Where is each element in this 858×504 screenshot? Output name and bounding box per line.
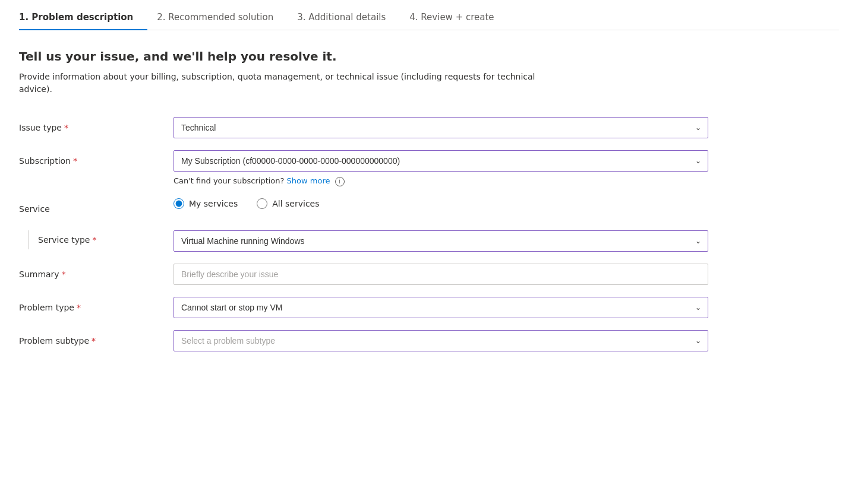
page-container: 1. Problem description 2. Recommended so… — [0, 0, 858, 387]
problem-subtype-row: Problem subtype* Select a problem subtyp… — [19, 330, 839, 351]
page-description: Provide information about your billing, … — [19, 71, 554, 96]
service-all-services-label: All services — [272, 199, 319, 208]
subscription-label: Subscription* — [19, 150, 174, 166]
subscription-select-wrapper: My Subscription (cf00000-0000-0000-0000-… — [174, 150, 708, 172]
service-type-label: Service type — [38, 235, 90, 245]
problem-type-required: * — [77, 303, 81, 312]
subscription-select[interactable]: My Subscription (cf00000-0000-0000-0000-… — [174, 150, 708, 172]
problem-subtype-select-wrapper: Select a problem subtype ⌄ — [174, 330, 708, 351]
problem-subtype-label: Problem subtype* — [19, 330, 174, 345]
summary-label: Summary* — [19, 264, 174, 279]
problem-type-select[interactable]: Cannot start or stop my VM Cannot connec… — [174, 297, 708, 318]
subscription-control: My Subscription (cf00000-0000-0000-0000-… — [174, 150, 708, 186]
tab-review-create[interactable]: 4. Review + create — [409, 5, 508, 30]
service-my-services-radio[interactable] — [174, 198, 184, 209]
service-type-control: Virtual Machine running Windows Virtual … — [174, 230, 708, 252]
tab-additional-details[interactable]: 3. Additional details — [297, 5, 400, 30]
problem-type-select-wrapper: Cannot start or stop my VM Cannot connec… — [174, 297, 708, 318]
tab-recommended-solution[interactable]: 2. Recommended solution — [157, 5, 288, 30]
service-row: Service My services All services — [19, 198, 839, 218]
problem-type-label: Problem type* — [19, 297, 174, 312]
subscription-helper: Can't find your subscription? Show more … — [174, 176, 708, 186]
problem-subtype-select[interactable]: Select a problem subtype — [174, 330, 708, 351]
form-section: Issue type* Technical Billing Subscripti… — [19, 117, 839, 363]
problem-subtype-required: * — [92, 336, 96, 345]
summary-row: Summary* — [19, 264, 839, 285]
page-title: Tell us your issue, and we'll help you r… — [19, 49, 839, 64]
problem-type-row: Problem type* Cannot start or stop my VM… — [19, 297, 839, 318]
subscription-helper-text: Can't find your subscription? — [174, 176, 284, 185]
service-type-select-wrapper: Virtual Machine running Windows Virtual … — [174, 230, 708, 252]
problem-subtype-control: Select a problem subtype ⌄ — [174, 330, 708, 351]
problem-type-control: Cannot start or stop my VM Cannot connec… — [174, 297, 708, 318]
service-control: My services All services — [174, 198, 708, 218]
summary-required: * — [62, 270, 66, 279]
summary-input[interactable] — [174, 264, 708, 285]
subscription-info-icon[interactable]: i — [335, 177, 345, 186]
service-my-services-label: My services — [189, 199, 238, 208]
service-all-services-radio[interactable] — [257, 198, 267, 209]
wizard-tabs: 1. Problem description 2. Recommended so… — [19, 0, 839, 30]
subscription-required: * — [73, 156, 77, 166]
service-label: Service — [19, 198, 174, 214]
show-more-link[interactable]: Show more — [287, 176, 330, 185]
service-all-services-option[interactable]: All services — [257, 198, 319, 209]
main-content: Tell us your issue, and we'll help you r… — [19, 49, 839, 387]
issue-type-row: Issue type* Technical Billing Subscripti… — [19, 117, 839, 138]
service-radio-group: My services All services — [174, 198, 708, 209]
issue-type-required: * — [64, 123, 68, 132]
issue-type-select-wrapper: Technical Billing Subscription managemen… — [174, 117, 708, 138]
summary-control — [174, 264, 708, 285]
subscription-row: Subscription* My Subscription (cf00000-0… — [19, 150, 839, 186]
issue-type-label: Issue type* — [19, 117, 174, 132]
service-my-services-option[interactable]: My services — [174, 198, 238, 209]
issue-type-select[interactable]: Technical Billing Subscription managemen… — [174, 117, 708, 138]
service-type-label-col: Service type* — [19, 230, 174, 249]
service-type-required: * — [92, 235, 96, 245]
service-type-select[interactable]: Virtual Machine running Windows Virtual … — [174, 230, 708, 252]
tab-problem-description[interactable]: 1. Problem description — [19, 5, 147, 30]
service-type-row: Service type* Virtual Machine running Wi… — [19, 230, 839, 252]
issue-type-control: Technical Billing Subscription managemen… — [174, 117, 708, 138]
